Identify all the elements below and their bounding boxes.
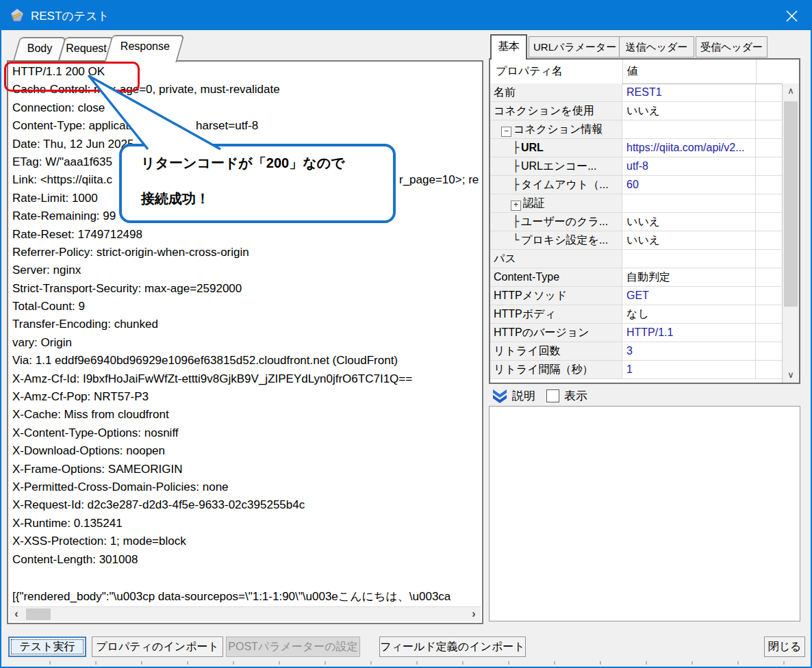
rest-test-dialog: RESTのテスト Body Request Response HTTP/1.1 … bbox=[0, 0, 812, 668]
property-name: HTTPのバージョン bbox=[494, 326, 589, 338]
title-bar: RESTのテスト bbox=[1, 1, 811, 30]
table-row[interactable]: ├タイムアウト（...60 bbox=[490, 176, 783, 194]
tab-send-headers[interactable]: 送信ヘッダー bbox=[619, 36, 694, 57]
collapse-icon[interactable]: − bbox=[501, 127, 511, 137]
response-line: Referrer-Policy: strict-origin-when-cros… bbox=[12, 246, 481, 264]
show-checkbox[interactable] bbox=[546, 389, 559, 402]
window-title: RESTのテスト bbox=[31, 8, 110, 24]
property-name: パス bbox=[494, 253, 516, 264]
property-value[interactable]: 3 bbox=[623, 342, 756, 360]
property-name-cell: HTTPのバージョン bbox=[490, 324, 622, 342]
response-line bbox=[12, 571, 481, 589]
response-line: X-Amz-Cf-Id: I9bxfHoJaiFwWfZt-ettti9v8Gj… bbox=[12, 372, 481, 390]
row-end-cell bbox=[757, 157, 783, 175]
property-value[interactable]: 1 bbox=[623, 361, 756, 378]
close-dialog-button[interactable]: 閉じる bbox=[764, 637, 805, 657]
table-row[interactable]: リトライ回数3 bbox=[490, 342, 783, 361]
vertical-scrollbar[interactable]: ∧ ∨ bbox=[782, 84, 799, 383]
vertical-scrollbar-thumb[interactable] bbox=[784, 101, 798, 307]
response-line: HTTP/1.1 200 OK bbox=[12, 65, 481, 83]
property-value[interactable]: いいえ bbox=[623, 213, 756, 231]
table-row[interactable]: └プロキシ設定を...いいえ bbox=[490, 231, 783, 250]
table-row[interactable]: 名前REST1 bbox=[490, 84, 783, 102]
scroll-up-icon[interactable]: ∧ bbox=[783, 84, 799, 99]
property-name-cell: HTTPメソッド bbox=[490, 287, 622, 305]
property-name-cell: ├URLエンコー... bbox=[490, 157, 622, 175]
property-value[interactable] bbox=[623, 194, 756, 212]
table-row[interactable]: ├ユーザーのクラ...いいえ bbox=[490, 213, 783, 231]
expand-icon[interactable]: + bbox=[511, 201, 521, 211]
property-name: ユーザーのクラ... bbox=[521, 216, 608, 227]
scroll-left-icon[interactable]: ‹ bbox=[10, 607, 23, 621]
property-name-cell: ├タイムアウト（... bbox=[490, 176, 622, 194]
response-line: Connection: close bbox=[12, 101, 481, 119]
app-icon bbox=[10, 8, 25, 23]
property-name: リトライ間隔（秒） bbox=[494, 363, 594, 375]
table-row[interactable]: パス bbox=[490, 250, 783, 268]
run-test-button[interactable]: テスト実行 bbox=[8, 637, 86, 657]
set-post-parameters-button[interactable]: POSTパラメーターの設定 bbox=[226, 637, 360, 657]
property-name: リトライ回数 bbox=[494, 345, 561, 357]
tab-basic[interactable]: 基本 bbox=[490, 34, 527, 60]
property-value[interactable] bbox=[623, 250, 756, 268]
row-end-cell bbox=[757, 102, 783, 120]
tree-line-icon: └ bbox=[511, 231, 521, 249]
horizontal-scrollbar-thumb[interactable] bbox=[26, 608, 51, 620]
table-row[interactable]: コネクションを使用いいえ bbox=[490, 102, 783, 120]
double-chevron-down-icon[interactable] bbox=[492, 389, 508, 403]
row-end-cell bbox=[757, 268, 783, 286]
description-header: 説明 表示 bbox=[489, 387, 587, 405]
property-value[interactable]: GET bbox=[623, 287, 756, 305]
table-row[interactable]: Content-Type自動判定 bbox=[490, 268, 783, 287]
property-value[interactable]: REST1 bbox=[623, 84, 756, 101]
table-row[interactable]: +認証 bbox=[490, 194, 783, 213]
property-value[interactable]: utf-8 bbox=[623, 157, 756, 175]
property-name-cell: Content-Type bbox=[490, 268, 622, 286]
row-end-cell bbox=[757, 176, 783, 194]
table-row[interactable]: −コネクション情報 bbox=[490, 120, 783, 139]
import-properties-button[interactable]: プロパティのインポート bbox=[92, 637, 223, 657]
horizontal-scrollbar[interactable]: ‹ › bbox=[10, 606, 481, 621]
description-textarea[interactable] bbox=[489, 406, 800, 621]
property-name: 認証 bbox=[523, 197, 545, 209]
property-value[interactable] bbox=[623, 120, 756, 138]
property-name: 名前 bbox=[494, 86, 516, 98]
property-value[interactable]: なし bbox=[623, 305, 756, 323]
table-row[interactable]: リトライ間隔（秒）1 bbox=[490, 361, 783, 379]
table-row[interactable]: HTTPのバージョンHTTP/1.1 bbox=[490, 324, 783, 342]
property-name: コネクションを使用 bbox=[494, 105, 594, 116]
property-value[interactable]: https://qiita.com/api/v2... bbox=[623, 139, 756, 157]
response-line: X-Frame-Options: SAMEORIGIN bbox=[12, 463, 481, 480]
response-line: X-Runtime: 0.135241 bbox=[12, 517, 481, 535]
row-end-cell bbox=[757, 324, 783, 342]
tab-url-parameters[interactable]: URLパラメーター bbox=[529, 36, 621, 57]
import-field-definitions-button[interactable]: フィールド定義のインポート bbox=[379, 637, 526, 657]
property-value[interactable]: HTTP/1.1 bbox=[623, 324, 756, 342]
response-line: Via: 1.1 eddf9e6940bd96929e1096ef63815d5… bbox=[12, 354, 481, 372]
response-line: X-Request-Id: d2c3e287-d2d3-4f5e-9633-02… bbox=[12, 498, 481, 516]
property-name: プロキシ設定を... bbox=[521, 234, 608, 246]
property-value[interactable]: 60 bbox=[623, 176, 756, 194]
table-row[interactable]: ├URLエンコー...utf-8 bbox=[490, 157, 783, 176]
response-line: Content-Length: 301008 bbox=[12, 553, 481, 571]
property-value[interactable]: いいえ bbox=[623, 102, 756, 120]
table-row[interactable]: ├URLhttps://qiita.com/api/v2... bbox=[490, 139, 783, 157]
property-value[interactable]: 自動判定 bbox=[623, 268, 756, 286]
description-label: 説明 bbox=[512, 388, 535, 404]
close-button[interactable] bbox=[775, 1, 808, 30]
response-line: Total-Count: 9 bbox=[12, 300, 481, 318]
row-end-cell bbox=[757, 84, 783, 101]
response-line: X-Amz-Cf-Pop: NRT57-P3 bbox=[12, 390, 481, 408]
scroll-down-icon[interactable]: ∨ bbox=[783, 368, 799, 383]
dialog-body: Body Request Response HTTP/1.1 200 OKCac… bbox=[1, 30, 811, 667]
tab-body[interactable]: Body bbox=[13, 37, 66, 60]
response-line: Transfer-Encoding: chunked bbox=[12, 318, 481, 335]
property-value[interactable]: いいえ bbox=[623, 231, 756, 249]
tab-response[interactable]: Response bbox=[104, 35, 184, 62]
row-end-cell bbox=[757, 287, 783, 305]
row-end-cell bbox=[757, 231, 783, 249]
tab-receive-headers[interactable]: 受信ヘッダー bbox=[696, 36, 767, 57]
table-row[interactable]: HTTPメソッドGET bbox=[490, 287, 783, 305]
table-row[interactable]: HTTPボディなし bbox=[490, 305, 783, 324]
scroll-right-icon[interactable]: › bbox=[467, 607, 481, 621]
